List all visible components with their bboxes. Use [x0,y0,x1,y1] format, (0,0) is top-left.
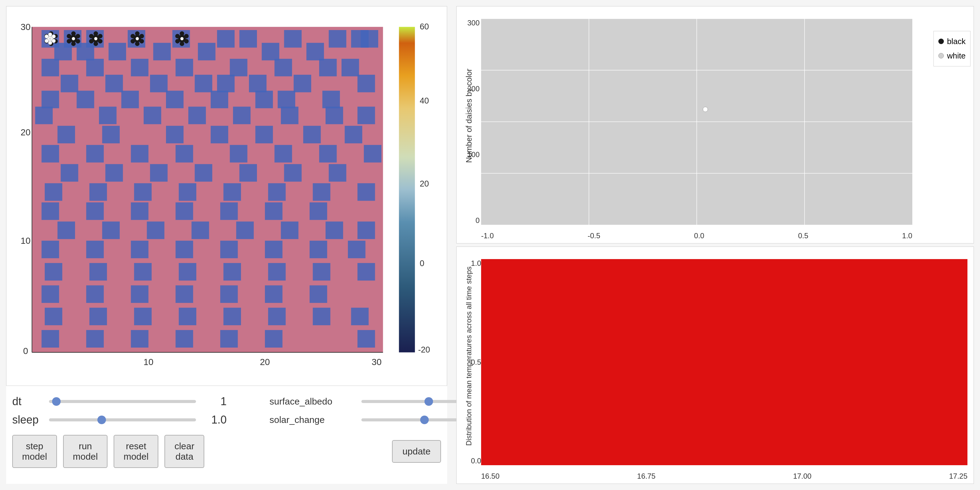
buttons-row: step model run model reset model clear d… [12,435,441,468]
svg-rect-96 [41,241,59,258]
svg-rect-31 [217,75,235,92]
dt-thumb[interactable] [52,397,60,406]
svg-rect-87 [310,202,327,220]
x-tick-neg05: -0.5 [588,232,600,240]
svg-rect-11 [361,30,378,48]
x-tick-neg1: -1.0 [481,232,494,240]
svg-rect-91 [191,221,209,239]
svg-text:40: 40 [420,96,429,105]
right-panel: 0 100 200 300 Number of daisies by color… [453,0,980,490]
legend-black: black [939,34,966,49]
update-button[interactable]: update [392,440,441,463]
svg-rect-90 [147,221,164,239]
step-model-button[interactable]: step model [12,435,57,468]
svg-point-177 [52,35,56,38]
dt-value: 1 [202,395,227,408]
svg-point-154 [98,39,103,43]
svg-point-156 [89,39,94,43]
reset-model-button[interactable]: reset model [114,435,158,468]
svg-rect-61 [175,145,193,162]
svg-point-145 [76,34,80,38]
svg-point-170 [184,39,189,43]
svg-rect-130 [175,330,193,348]
svg-rect-42 [323,91,340,108]
svg-point-171 [180,41,185,46]
svg-rect-86 [265,202,282,220]
svg-rect-126 [351,308,368,325]
sliders-group: dt 1 sleep 1.0 [12,395,441,432]
grid-svg: 0 10 20 30 10 20 30 [6,6,447,385]
solar-change-thumb[interactable] [420,415,429,424]
svg-rect-54 [211,126,228,143]
svg-point-173 [175,34,180,38]
clear-data-button[interactable]: clear data [164,435,204,468]
svg-rect-118 [310,285,327,303]
legend-white: white [939,49,966,63]
svg-rect-6 [217,30,235,48]
run-model-button[interactable]: run model [63,435,108,468]
svg-rect-28 [105,75,123,92]
svg-rect-58 [41,145,59,162]
svg-rect-114 [131,285,148,303]
svg-rect-7 [240,30,257,48]
svg-rect-88 [57,221,75,239]
svg-rect-27 [60,75,78,92]
svg-rect-125 [313,308,330,325]
svg-rect-34 [357,75,375,92]
svg-rect-71 [284,164,302,181]
svg-rect-55 [255,126,273,143]
svg-rect-102 [310,241,327,258]
svg-rect-53 [166,126,183,143]
grid-chart: 0 10 20 30 10 20 30 [6,6,447,386]
svg-text:20: 20 [21,127,30,137]
svg-point-146 [76,39,80,43]
svg-rect-8 [284,30,302,48]
svg-rect-25 [319,59,337,76]
svg-rect-82 [86,202,104,220]
svg-text:0: 0 [420,258,424,268]
svg-text:-20: -20 [418,345,430,354]
sleep-value: 1.0 [202,414,227,426]
svg-point-155 [94,41,98,46]
svg-rect-24 [274,59,292,76]
svg-rect-51 [57,126,75,143]
sliders-left: dt 1 sleep 1.0 [12,395,227,432]
top-chart-y-title: Number of daisies by color [464,68,474,163]
svg-point-169 [184,34,189,38]
svg-rect-38 [166,91,183,108]
svg-rect-39 [211,91,228,108]
svg-rect-127 [41,330,59,348]
svg-rect-59 [86,145,104,162]
svg-rect-103 [348,241,365,258]
x-tick-0: 0.0 [694,232,704,240]
svg-rect-76 [179,183,196,200]
svg-text:60: 60 [420,22,429,31]
svg-point-153 [98,34,103,38]
svg-point-157 [89,34,94,38]
svg-rect-74 [89,183,107,200]
bottom-chart-y-title-container: Distribution of mean temperatures across… [457,247,481,465]
svg-rect-70 [240,164,257,181]
top-chart-y-title-container: Number of daisies by color [457,6,481,225]
svg-rect-21 [131,59,148,76]
svg-rect-106 [134,263,151,280]
svg-rect-85 [220,202,238,220]
svg-rect-15 [153,43,170,60]
sleep-track [49,418,196,422]
svg-text:30: 30 [372,357,382,367]
svg-rect-68 [150,164,167,181]
surface-albedo-thumb[interactable] [425,397,433,406]
svg-point-149 [67,34,72,38]
svg-rect-66 [60,164,78,181]
svg-rect-72 [329,164,346,181]
svg-point-143 [72,37,75,40]
svg-rect-9 [329,30,346,48]
svg-rect-47 [233,107,250,124]
svg-rect-121 [134,308,151,325]
svg-rect-32 [249,75,266,92]
svg-rect-112 [41,285,59,303]
sleep-thumb[interactable] [97,415,106,424]
top-chart-svg [481,19,912,225]
svg-rect-79 [313,183,330,200]
chart-area-red [481,259,967,465]
